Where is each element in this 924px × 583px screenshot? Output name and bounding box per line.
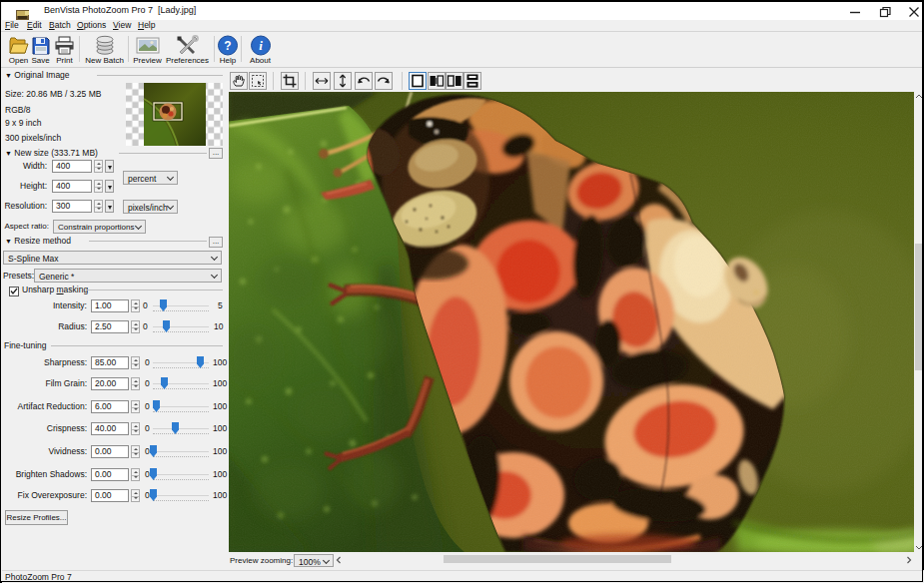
- svg-text:i: i: [259, 38, 263, 53]
- svg-text:?: ?: [224, 39, 231, 53]
